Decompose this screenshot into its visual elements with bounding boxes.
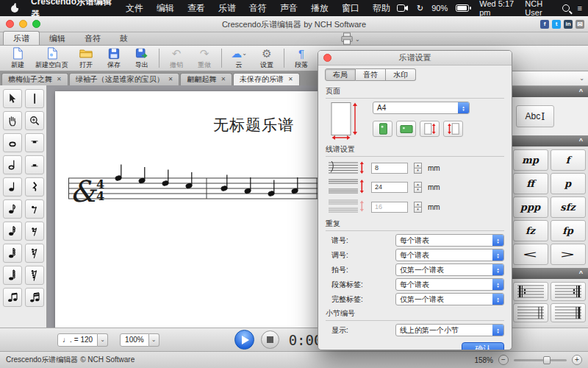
sync-icon[interactable]: ↻: [417, 4, 423, 13]
facebook-icon[interactable]: f: [540, 20, 549, 29]
sixteenth-rest-button[interactable]: [25, 222, 44, 241]
dialog-tab-layout[interactable]: 布局: [325, 68, 356, 81]
video-icon[interactable]: [397, 4, 409, 12]
zoom-slider[interactable]: [514, 359, 567, 361]
dynamic-ppp-button[interactable]: ppp: [513, 197, 548, 218]
panel-section-header-barlines[interactable]: ^: [510, 268, 588, 279]
zoom-control[interactable]: 100% ⌄: [120, 333, 159, 347]
decrescendo-hairpin-button[interactable]: >: [551, 244, 586, 265]
menu-file[interactable]: 文件: [119, 2, 150, 15]
ribbon-tab-edit[interactable]: 编辑: [40, 32, 75, 45]
cloud-dropdown-chevron-icon[interactable]: ⌄: [242, 51, 247, 57]
system-gap-field[interactable]: 16: [371, 202, 408, 213]
close-tab-icon[interactable]: ✕: [57, 77, 62, 82]
doc-tab-4-active[interactable]: 未保存的乐谱 ✕: [233, 73, 300, 85]
thirtysecond-note-button[interactable]: [3, 244, 22, 263]
menu-play[interactable]: 播放: [304, 2, 335, 15]
dialog-tab-watermark[interactable]: 水印: [386, 68, 416, 81]
menu-notes[interactable]: 音符: [243, 2, 273, 15]
cloud-button[interactable]: ☁ ⌄ 云: [225, 46, 253, 71]
zoom-tool-button[interactable]: [25, 111, 44, 130]
open-button[interactable]: 打开: [72, 46, 100, 71]
key-repeat-dropdown[interactable]: 每个谱表 ▴▾: [395, 249, 504, 261]
tempo-control[interactable]: ♩. = 120 ⌄: [57, 333, 108, 347]
margin-right-button[interactable]: [443, 121, 463, 137]
double-barline-button[interactable]: [513, 303, 548, 322]
dynamic-p-button[interactable]: p: [551, 173, 586, 194]
menu-score[interactable]: 乐谱: [212, 2, 243, 15]
menu-clock[interactable]: Wed 5:17 pm: [479, 0, 517, 17]
zoom-out-button[interactable]: −: [498, 355, 509, 365]
hand-pan-tool-button[interactable]: [3, 111, 22, 130]
panel-selector-dropdown[interactable]: ⌄: [510, 71, 588, 86]
close-tab-icon[interactable]: ✕: [168, 77, 173, 82]
dynamic-sfz-button[interactable]: sfz: [551, 197, 586, 218]
stepper-down-icon[interactable]: ▾: [414, 208, 422, 213]
paper-size-dropdown[interactable]: A4 ▴▾: [373, 102, 470, 114]
twitter-icon[interactable]: t: [552, 20, 561, 29]
print-icon[interactable]: [340, 32, 354, 46]
spotlight-search-icon[interactable]: [562, 4, 570, 12]
panel-section-header-text[interactable]: ^: [510, 86, 588, 97]
stepper-down-icon[interactable]: ▾: [414, 188, 422, 193]
stepper-down-icon[interactable]: ▾: [414, 169, 422, 174]
confirm-button[interactable]: 确认: [462, 342, 504, 350]
menu-sound[interactable]: 声音: [273, 2, 304, 15]
staff-height-field[interactable]: 8: [371, 163, 408, 174]
final-barline-button[interactable]: [551, 303, 586, 322]
menu-user[interactable]: NCH User: [525, 0, 553, 17]
ribbon-tab-score[interactable]: 乐谱: [3, 31, 40, 45]
zoom-in-button[interactable]: +: [572, 355, 582, 365]
print-dropdown-chevron-icon[interactable]: ⌄: [355, 37, 360, 43]
whole-rest-button[interactable]: [25, 133, 44, 152]
close-tab-icon[interactable]: ✕: [220, 77, 226, 82]
add-text-button[interactable]: Abc I: [516, 105, 554, 127]
new-score-button[interactable]: 新建: [4, 46, 32, 71]
quarter-rest-button[interactable]: [25, 177, 44, 197]
time-sig-repeat-dropdown[interactable]: 仅第一个谱表 ▴▾: [395, 263, 504, 276]
landscape-orientation-button[interactable]: [396, 121, 416, 137]
panel-section-header-dynamics[interactable]: ^: [510, 135, 588, 146]
undo-button[interactable]: ↶ 撤销: [162, 46, 190, 71]
collapse-chevron-icon[interactable]: ^: [579, 138, 583, 144]
beamed-eighth-notes-button[interactable]: [3, 288, 22, 307]
ribbon-tab-drums[interactable]: 鼓: [110, 32, 137, 45]
margin-left-button[interactable]: [420, 121, 440, 137]
notification-center-icon[interactable]: ≡: [578, 4, 582, 13]
dynamic-fp-button[interactable]: fp: [551, 220, 586, 241]
close-window-button[interactable]: [6, 20, 14, 28]
tempo-dropdown-chevron-icon[interactable]: ⌄: [98, 333, 108, 347]
collapse-chevron-icon[interactable]: ^: [579, 270, 583, 277]
section-label-repeat-dropdown[interactable]: 每个谱表 ▴▾: [395, 278, 504, 291]
menu-view[interactable]: 查看: [181, 2, 212, 15]
repeat-start-barline-button[interactable]: [513, 282, 548, 301]
doc-tab-3[interactable]: 翩翩起舞 ✕: [180, 73, 232, 85]
zoom-slider-thumb[interactable]: [543, 356, 551, 364]
dialog-close-button[interactable]: [323, 54, 331, 62]
repeat-end-barline-button[interactable]: [551, 282, 586, 301]
measure-number-dropdown[interactable]: 线上的第一个小节 ▴▾: [395, 324, 504, 336]
zoom-window-button[interactable]: [32, 20, 40, 28]
menu-app-name[interactable]: Crescendo乐谱编辑器: [24, 0, 119, 21]
menu-edit[interactable]: 编辑: [150, 2, 181, 15]
whole-note-button[interactable]: [3, 133, 22, 152]
email-icon[interactable]: ✉: [576, 20, 584, 29]
menu-window[interactable]: 窗口: [335, 2, 366, 15]
linkedin-icon[interactable]: in: [564, 20, 573, 29]
dynamic-f-button[interactable]: f: [551, 149, 586, 171]
minimize-window-button[interactable]: [19, 20, 27, 28]
select-tool-button[interactable]: [3, 89, 22, 108]
stop-button[interactable]: [261, 330, 279, 349]
save-button[interactable]: 保存: [100, 46, 128, 71]
crescendo-hairpin-button[interactable]: <: [513, 244, 548, 265]
collapse-chevron-icon[interactable]: ^: [579, 88, 583, 95]
staff-gap-field[interactable]: 24: [371, 182, 408, 193]
doc-tab-2[interactable]: 绿袖子（这是谁家的宝贝） ✕: [69, 73, 180, 85]
eighth-rest-button[interactable]: [25, 199, 44, 219]
sixtyfourth-rest-button[interactable]: [25, 266, 44, 285]
settings-button[interactable]: ⚙ 设置: [253, 46, 281, 71]
full-label-repeat-dropdown[interactable]: 仅第一个谱表 ▴▾: [395, 293, 504, 305]
quarter-note-button[interactable]: [3, 177, 22, 197]
doc-tab-1[interactable]: 糖梅仙子之舞 ✕: [1, 73, 68, 85]
eighth-note-button[interactable]: [3, 199, 22, 219]
